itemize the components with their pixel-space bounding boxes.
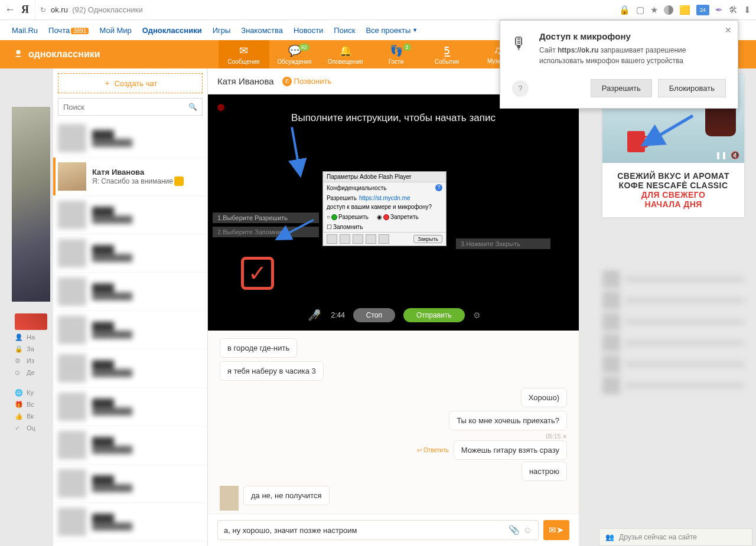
avatar[interactable] xyxy=(220,486,239,511)
send-button[interactable]: ✉➤ xyxy=(543,520,569,540)
nav-discussions[interactable]: 92💬Обсуждения xyxy=(269,40,320,68)
search-icon: 🔍 xyxy=(188,103,197,111)
msg-outgoing: Можешь гитару взять сразу xyxy=(454,440,567,460)
nav-messages[interactable]: ✉Сообщения xyxy=(219,40,269,68)
link-dating[interactable]: Знакомства xyxy=(241,26,283,35)
mic-muted-icon[interactable]: 🎤̷ xyxy=(306,307,322,323)
microphone-icon: 🎙 xyxy=(511,31,527,53)
pause-icon[interactable]: ❚❚ xyxy=(715,151,727,159)
monitor-icon[interactable] xyxy=(327,234,337,244)
create-chat-button[interactable]: ＋Создать чат xyxy=(58,73,203,93)
attach-icon[interactable]: 📎 xyxy=(509,525,520,535)
chat-row-active[interactable]: Катя ИвановаЯ: Спасибо за внимание xyxy=(53,158,207,196)
star-icon[interactable]: ★ xyxy=(650,5,658,15)
help-icon[interactable]: ? xyxy=(435,184,442,191)
chat-search[interactable]: 🔍 xyxy=(58,98,203,116)
gear-icon[interactable]: ⚙ xyxy=(473,310,481,320)
friends-online-bar[interactable]: 👥Друзья сейчас на сайте xyxy=(599,528,752,546)
lock-icon: 🔒 xyxy=(15,345,23,353)
chat-row[interactable]: ████████████ xyxy=(53,119,207,158)
msg-time: 05:15 ✕ xyxy=(546,433,567,440)
kiss-emoji-icon xyxy=(174,176,184,186)
link-moimir[interactable]: Мой Мир xyxy=(99,26,131,35)
users-icon: 👥 xyxy=(605,533,614,541)
square-icon[interactable]: ▢ xyxy=(636,5,644,15)
lock-icon[interactable]: 🔒 xyxy=(619,5,630,15)
call-button[interactable]: ✆Позвонить xyxy=(282,77,332,86)
chat-row[interactable]: ████████████ xyxy=(53,234,207,273)
arrow-icon xyxy=(263,120,329,186)
link-ok[interactable]: Одноклассники xyxy=(142,26,202,35)
close-icon[interactable]: ✕ xyxy=(725,25,732,35)
send-record-button[interactable]: Отправить xyxy=(403,308,465,322)
browser-bar: ← Я ↻ ok.ru (92) Одноклассники 🔒 ▢ ★ 🟨 2… xyxy=(0,0,756,20)
reload-icon[interactable]: ↻ xyxy=(40,6,46,14)
chat-row[interactable]: ████████████ xyxy=(53,273,207,311)
mic-icon[interactable] xyxy=(366,234,376,244)
download-icon[interactable]: ⬇ xyxy=(744,5,751,15)
msg-outgoing: Хорошо) xyxy=(521,388,567,407)
conversation-name: Катя Иванова xyxy=(217,76,274,86)
link-news[interactable]: Новости xyxy=(294,26,323,35)
chat-preview: Я: Спасибо за внимание xyxy=(92,176,203,186)
link-games[interactable]: Игры xyxy=(213,26,231,35)
msg-incoming: да не, не получится xyxy=(220,486,330,511)
tableau-icon[interactable]: 🟨 xyxy=(679,5,690,15)
nav-guests[interactable]: 2👣Гости xyxy=(371,40,422,68)
save-icon[interactable] xyxy=(353,234,363,244)
chat-row[interactable]: ████████████ xyxy=(53,388,207,426)
profile-photo[interactable] xyxy=(12,107,50,302)
flash-remember-check[interactable]: ☐Запомнить xyxy=(327,224,363,230)
url-domain: ok.ru xyxy=(51,5,68,14)
yandex-logo[interactable]: Я xyxy=(21,4,29,16)
nav-events[interactable]: 5̲События xyxy=(422,40,472,68)
svg-point-0 xyxy=(16,50,20,54)
flash-close-button[interactable]: Закрыть xyxy=(413,235,442,243)
record-time: 2:44 xyxy=(331,311,344,319)
msg-outgoing: Ты ко мне хочешь приехать? xyxy=(449,411,567,430)
flash-allow-radio[interactable]: ○Разрешить xyxy=(327,214,369,220)
footprints-icon: 👣 xyxy=(390,44,403,57)
record-panel: Выполните инструкции, чтобы начать запис… xyxy=(208,94,579,331)
svg-line-1 xyxy=(273,127,319,173)
chat-row[interactable]: ████████████ xyxy=(53,349,207,388)
right-blurred-list xyxy=(602,270,744,394)
globe-icon: 🌐 xyxy=(15,389,23,397)
ok-logo[interactable]: одноклассники xyxy=(12,48,100,61)
chat-row[interactable]: ████████████ xyxy=(53,196,207,234)
pie-icon[interactable] xyxy=(664,5,673,15)
allow-button[interactable]: Разрешить xyxy=(591,79,652,97)
link-pochta[interactable]: Почта3891 xyxy=(48,26,89,35)
chat-row[interactable]: ████████████ xyxy=(53,426,207,465)
nav-notifications[interactable]: 🔔Оповещения xyxy=(320,40,371,68)
chat-row[interactable]: ████████████ xyxy=(53,311,207,349)
mute-icon[interactable]: 🔇 xyxy=(731,151,739,159)
emoji-icon[interactable]: ☺ xyxy=(523,525,532,535)
chat-list: ＋Создать чат 🔍 ████████████ Катя Иванова… xyxy=(53,68,208,546)
cam-icon[interactable] xyxy=(340,234,350,244)
url-bar[interactable]: ↻ ok.ru (92) Одноклассники xyxy=(35,0,613,19)
chat-row[interactable]: ████████████ xyxy=(53,503,207,541)
mail-count-icon[interactable]: 24 xyxy=(696,5,709,15)
link-projects[interactable]: Все проекты▼ xyxy=(366,26,418,35)
help-button[interactable]: ? xyxy=(512,80,529,97)
stop-button[interactable]: Стоп xyxy=(353,308,395,322)
webcam-icon[interactable] xyxy=(379,234,389,244)
perm-text: Сайт https://ok.ru запрашивает разрешени… xyxy=(539,45,726,66)
orange-panel[interactable] xyxy=(15,313,47,330)
msg-incoming: я тебя наберу в часика 3 xyxy=(220,361,324,381)
link-mailru[interactable]: Mail.Ru xyxy=(12,26,38,35)
reply-button[interactable]: ↩ Ответить xyxy=(417,447,449,453)
chat-search-input[interactable] xyxy=(63,103,188,112)
message-input[interactable]: а, ну хорошо, значит позже настроим📎☺ xyxy=(217,520,539,540)
message-input-row: а, ну хорошо, значит позже настроим📎☺ ✉➤ xyxy=(208,514,579,546)
back-icon[interactable]: ← xyxy=(5,4,15,16)
link-search[interactable]: Поиск xyxy=(334,26,355,35)
msg-outgoing: настрою xyxy=(522,462,567,481)
flash-deny-radio[interactable]: ◉Запретить xyxy=(377,214,419,220)
wrench-icon[interactable]: 🛠 xyxy=(729,5,738,15)
chat-row[interactable]: ████████████ xyxy=(53,465,207,503)
msg-incoming: в городе где-нить xyxy=(220,338,297,358)
quill-icon[interactable]: ✒ xyxy=(715,5,723,15)
block-button[interactable]: Блокировать xyxy=(658,79,726,97)
